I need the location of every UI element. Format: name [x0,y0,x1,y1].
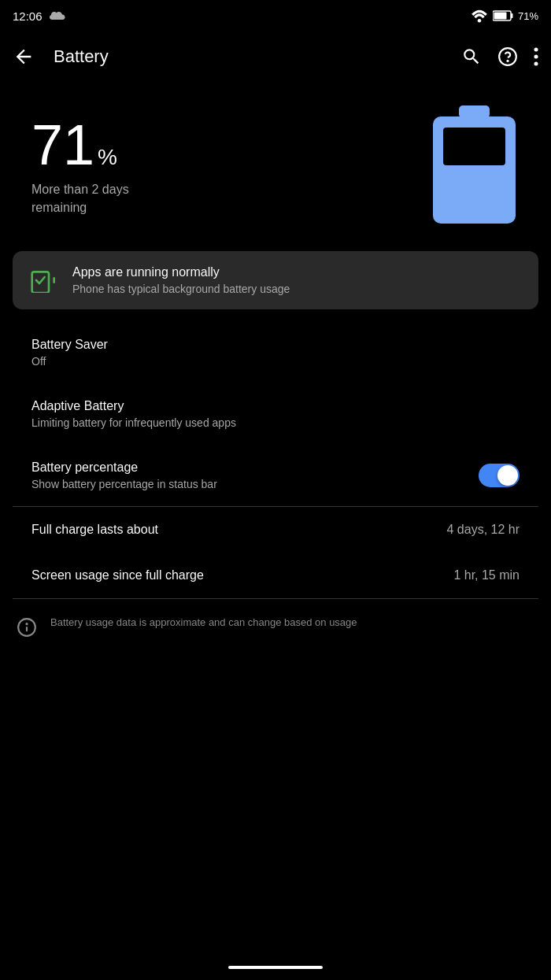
svg-point-6 [534,48,538,52]
screen-usage-value: 1 hr, 15 min [453,568,520,582]
svg-point-8 [534,62,538,66]
battery-percentage-left: Battery percentage Show battery percenta… [31,460,479,490]
page-title: Battery [54,46,461,67]
svg-point-0 [478,19,482,23]
battery-percent-display: 71 % [31,116,129,173]
adaptive-battery-title: Adaptive Battery [31,399,520,413]
home-indicator-bar [228,966,323,969]
adaptive-battery-left: Adaptive Battery Limiting battery for in… [31,399,520,429]
status-card-title: Apps are running normally [72,265,290,279]
status-time: 12:06 [13,9,43,23]
search-button[interactable] [461,46,482,67]
status-card-text: Apps are running normally Phone has typi… [72,265,290,295]
full-charge-label: Full charge lasts about [31,523,158,537]
battery-status-percent: 71% [518,10,538,22]
svg-rect-13 [53,277,55,283]
screen-usage-row: Screen usage since full charge 1 hr, 15 … [0,553,551,598]
battery-saver-title: Battery Saver [31,338,520,352]
battery-large-icon [429,105,520,227]
adaptive-battery-item[interactable]: Adaptive Battery Limiting battery for in… [0,383,551,445]
svg-point-7 [534,55,538,59]
status-bar-right: 71% [471,9,538,23]
battery-section: 71 % More than 2 daysremaining [0,82,551,251]
battery-percentage-title: Battery percentage [31,460,479,475]
adaptive-battery-subtitle: Limiting battery for infrequently used a… [31,416,520,429]
status-card-subtitle: Phone has typical background battery usa… [72,283,290,295]
more-options-button[interactable] [534,46,538,67]
nav-actions [461,46,538,67]
status-card: Apps are running normally Phone has typi… [13,251,538,309]
help-button[interactable] [497,46,518,67]
wifi-icon [471,9,488,23]
status-bar-left: 12:06 [13,9,66,23]
svg-rect-2 [494,13,506,20]
footer-note-text: Battery usage data is approximate and ca… [50,615,357,631]
svg-rect-3 [511,13,513,18]
battery-saver-left: Battery Saver Off [31,338,520,368]
svg-rect-9 [459,105,490,118]
full-charge-row: Full charge lasts about 4 days, 12 hr [0,507,551,553]
battery-remaining: More than 2 daysremaining [31,181,129,216]
battery-check-icon [28,266,57,294]
battery-saver-item[interactable]: Battery Saver Off [0,322,551,383]
battery-percent-sign: % [98,145,117,170]
info-icon [16,616,38,638]
settings-list: Battery Saver Off Adaptive Battery Limit… [0,322,551,506]
battery-status-bar-icon [493,10,513,21]
battery-percentage-item[interactable]: Battery percentage Show battery percenta… [0,445,551,506]
status-bar: 12:06 71% [0,0,551,31]
footer-note: Battery usage data is approximate and ca… [0,599,551,654]
top-nav: Battery [0,31,551,82]
battery-percentage-toggle[interactable] [479,464,520,487]
battery-info: 71 % More than 2 daysremaining [31,116,129,216]
cloud-icon [49,9,66,22]
home-indicator-container [0,955,551,980]
toggle-knob [497,465,518,486]
battery-percentage-subtitle: Show battery percentage in status bar [31,478,479,490]
battery-percent-number: 71 [31,116,94,173]
screen-usage-label: Screen usage since full charge [31,568,204,582]
full-charge-value: 4 days, 12 hr [447,523,520,537]
battery-saver-subtitle: Off [31,355,520,368]
svg-rect-11 [443,128,505,165]
back-button[interactable] [13,46,35,68]
